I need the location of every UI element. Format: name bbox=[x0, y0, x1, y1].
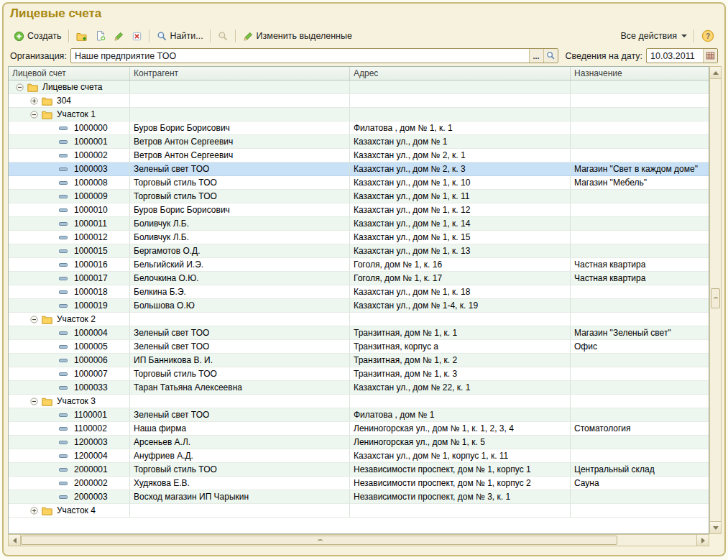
address-cell: Независимости проспект, дом № 1, корпус … bbox=[350, 463, 571, 476]
tree-group-row[interactable]: Участок 3 bbox=[9, 395, 709, 408]
table-row[interactable]: 1000006ИП Банникова В. И.Транзитная, дом… bbox=[9, 354, 709, 367]
add-group-button[interactable] bbox=[73, 28, 91, 44]
purpose-cell: Частная квартира bbox=[571, 272, 709, 285]
column-header-account[interactable]: Лицевой счет bbox=[9, 67, 130, 80]
contragent-cell: Наша фирма bbox=[130, 422, 350, 435]
table-row[interactable]: 1000015Бергамотов О.Д.Казахстан ул., дом… bbox=[9, 244, 709, 258]
expand-icon[interactable] bbox=[30, 97, 38, 105]
arrow-up-icon bbox=[713, 71, 719, 75]
organization-lookup-button[interactable]: ... bbox=[529, 49, 543, 63]
table-row[interactable]: 1100001Зеленый свет ТООФилатова , дом № … bbox=[9, 408, 709, 422]
scroll-up-button[interactable] bbox=[710, 67, 721, 79]
account-cell: 304 bbox=[9, 94, 130, 107]
table-row[interactable]: 1000002Ветров Антон СергеевичКазахстан у… bbox=[9, 149, 709, 162]
column-header-contragent[interactable]: Контрагент bbox=[130, 67, 350, 80]
organization-search-button[interactable] bbox=[543, 49, 558, 63]
table-row[interactable]: 1000005Зеленый свет ТООТранзитная, корпу… bbox=[9, 340, 709, 354]
copy-button[interactable] bbox=[91, 28, 110, 44]
expand-icon[interactable] bbox=[30, 507, 38, 515]
table-row[interactable]: 1000004Зеленый свет ТООТранзитная, дом №… bbox=[9, 326, 709, 340]
table-row[interactable]: 1000001Ветров Антон СергеевичКазахстан у… bbox=[9, 135, 709, 149]
account-icon bbox=[59, 413, 68, 418]
contragent-cell: Бергамотов О.Д. bbox=[130, 244, 350, 257]
tree-group-row[interactable]: Участок 4 bbox=[9, 504, 709, 518]
purpose-cell bbox=[571, 436, 709, 449]
purpose-cell bbox=[571, 408, 709, 421]
table-row[interactable]: 1200004Ануфриев А.Д.Казахстан ул., дом №… bbox=[9, 449, 709, 463]
table-row[interactable]: 1000011Боливчук Л.Б.Казахстан ул., дом №… bbox=[9, 217, 709, 231]
help-button[interactable]: ? bbox=[698, 28, 718, 44]
table-row[interactable]: 2000003Восход магазин ИП ЧарыкинНезависи… bbox=[9, 490, 709, 504]
table-row[interactable]: 1200003Арсеньев А.Л.Лениногорская ул., д… bbox=[9, 436, 709, 449]
collapse-icon[interactable] bbox=[30, 316, 38, 323]
scroll-right-button[interactable] bbox=[696, 535, 709, 546]
group-label: Участок 2 bbox=[57, 314, 96, 324]
purpose-cell bbox=[571, 244, 709, 257]
clear-search-button[interactable] bbox=[214, 28, 232, 44]
tree-group-row[interactable]: 304 bbox=[9, 94, 709, 108]
find-button[interactable]: Найти... bbox=[153, 28, 207, 44]
table-row[interactable]: 1000018Белкина Б.Э.Казахстан ул., дом № … bbox=[9, 285, 709, 299]
table-row[interactable]: 1100002Наша фирмаЛениногорская ул., дом … bbox=[9, 422, 709, 436]
scroll-left-button[interactable] bbox=[9, 535, 21, 546]
date-value[interactable]: 10.03.2011 bbox=[647, 49, 703, 63]
organization-field[interactable]: Наше предприятие ТОО ... bbox=[70, 48, 558, 63]
address-cell: Казахстан ул., дом № 1, к. 11 bbox=[350, 190, 571, 203]
account-number: 1200003 bbox=[74, 437, 108, 447]
table-row[interactable]: 1000019Большова О.ЮКазахстан ул., дом № … bbox=[9, 299, 709, 313]
account-number: 1000006 bbox=[74, 355, 108, 365]
scroll-down-button[interactable] bbox=[710, 521, 721, 533]
edit-button[interactable] bbox=[110, 28, 128, 44]
table-row[interactable]: 1000008Торговый стиль ТООКазахстан ул., … bbox=[9, 176, 709, 190]
tree-group-row[interactable]: Участок 1 bbox=[9, 108, 709, 121]
table-row[interactable]: 2000002Худякова Е.В.Независимости проспе… bbox=[9, 477, 709, 490]
magnifier-icon bbox=[157, 31, 167, 42]
account-icon bbox=[59, 235, 68, 240]
table-row[interactable]: 1000017Белочкина О.Ю.Гоголя, дом № 1, к.… bbox=[9, 272, 709, 285]
column-header-purpose[interactable]: Назначение bbox=[571, 67, 709, 80]
column-header-address[interactable]: Адрес bbox=[350, 67, 571, 80]
table-row[interactable]: 1000016Бельгийский И.Э.Гоголя, дом № 1, … bbox=[9, 258, 709, 272]
account-cell: 1000016 bbox=[9, 258, 130, 271]
all-actions-button[interactable]: Все действия bbox=[617, 28, 691, 44]
purpose-cell bbox=[571, 94, 709, 107]
horizontal-scrollbar[interactable] bbox=[8, 534, 709, 546]
address-cell: Независимости проспект, дом № 1, корпус … bbox=[350, 477, 571, 490]
collapse-icon[interactable] bbox=[30, 111, 38, 119]
date-field[interactable]: 10.03.2011 bbox=[646, 48, 718, 63]
table-row[interactable]: 1000000Буров Борис БорисовичФилатова , д… bbox=[9, 121, 709, 135]
account-icon bbox=[59, 139, 68, 144]
delete-button[interactable] bbox=[128, 28, 146, 44]
tree-group-row[interactable]: Участок 2 bbox=[9, 313, 709, 326]
table-row[interactable]: 1000003Зеленый свет ТООКазахстан ул., до… bbox=[9, 162, 709, 176]
address-cell bbox=[350, 313, 571, 326]
table-row[interactable]: 1000007Торговый стиль ТООТранзитная, дом… bbox=[9, 367, 709, 381]
address-cell: Казахстан ул., дом № 1, к. 15 bbox=[350, 231, 571, 244]
collapse-icon[interactable] bbox=[16, 83, 24, 91]
table-row[interactable]: 1000012Боливчук Л.Б.Казахстан ул., дом №… bbox=[9, 231, 709, 244]
arrow-right-icon bbox=[701, 538, 705, 543]
toolbar-separator bbox=[68, 29, 70, 42]
account-icon bbox=[59, 331, 68, 336]
account-number: 1000010 bbox=[74, 205, 108, 215]
tree-group-row[interactable]: Лицевые счета bbox=[9, 81, 709, 94]
account-cell: 2000001 bbox=[9, 463, 130, 476]
organization-value[interactable]: Наше предприятие ТОО bbox=[71, 49, 529, 63]
account-number: 1000015 bbox=[74, 246, 108, 256]
vertical-scrollbar[interactable] bbox=[709, 66, 722, 534]
table-row[interactable]: 1000010Буров Борис БорисовичКазахстан ул… bbox=[9, 203, 709, 217]
edit-selected-button[interactable]: Изменить выделенные bbox=[239, 28, 356, 44]
horizontal-scroll-thumb[interactable] bbox=[21, 536, 617, 545]
table-row[interactable]: 1000009Торговый стиль ТООКазахстан ул., … bbox=[9, 190, 709, 203]
contragent-cell: Буров Борис Борисович bbox=[130, 121, 350, 134]
account-icon bbox=[59, 290, 68, 295]
date-calendar-button[interactable] bbox=[703, 49, 717, 63]
account-number: 1000033 bbox=[74, 382, 108, 393]
table-row[interactable]: 2000001Торговый стиль ТООНезависимости п… bbox=[9, 463, 709, 477]
collapse-icon[interactable] bbox=[30, 398, 38, 405]
contragent-cell bbox=[130, 81, 350, 93]
table-row[interactable]: 1000033Таран Татьяна АлексеевнаКазахстан… bbox=[9, 381, 709, 395]
account-number: 1000019 bbox=[74, 300, 108, 311]
create-button[interactable]: Создать bbox=[10, 28, 65, 44]
vertical-scroll-thumb[interactable] bbox=[711, 288, 720, 308]
